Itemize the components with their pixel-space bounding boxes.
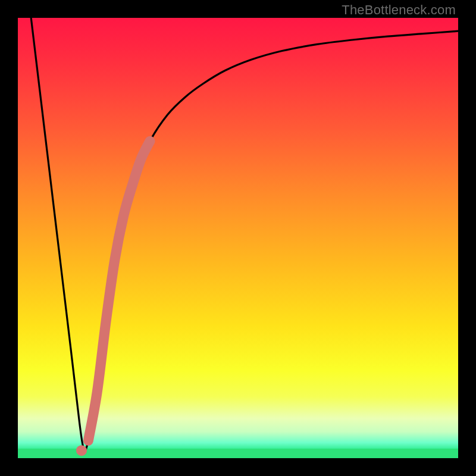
plot-svg xyxy=(18,18,458,458)
curve-hook-dot xyxy=(76,445,87,456)
chart-frame: TheBottleneck.com xyxy=(0,0,476,476)
watermark-text: TheBottleneck.com xyxy=(342,2,456,18)
gradient-background xyxy=(18,18,458,458)
plot-area xyxy=(18,18,458,458)
